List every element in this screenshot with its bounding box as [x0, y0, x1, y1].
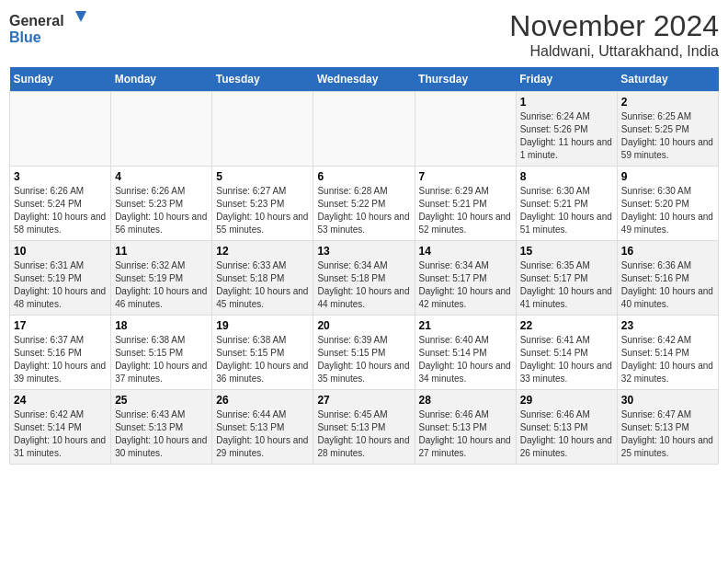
calendar-cell: 24Sunrise: 6:42 AM Sunset: 5:14 PM Dayli…	[10, 390, 111, 465]
day-number: 16	[621, 245, 714, 258]
calendar-cell: 23Sunrise: 6:42 AM Sunset: 5:14 PM Dayli…	[617, 316, 718, 390]
calendar-cell: 20Sunrise: 6:39 AM Sunset: 5:15 PM Dayli…	[313, 316, 415, 390]
day-info: Sunrise: 6:38 AM Sunset: 5:15 PM Dayligh…	[216, 334, 309, 385]
calendar-cell: 21Sunrise: 6:40 AM Sunset: 5:14 PM Dayli…	[415, 316, 516, 390]
weekday-header: Wednesday	[313, 67, 415, 92]
day-info: Sunrise: 6:28 AM Sunset: 5:22 PM Dayligh…	[317, 185, 410, 236]
calendar-cell: 22Sunrise: 6:41 AM Sunset: 5:14 PM Dayli…	[516, 316, 617, 390]
calendar-week-row: 3Sunrise: 6:26 AM Sunset: 5:24 PM Daylig…	[10, 167, 719, 241]
day-number: 23	[621, 319, 714, 332]
day-number: 27	[317, 394, 410, 407]
day-number: 28	[419, 394, 512, 407]
calendar-cell: 25Sunrise: 6:43 AM Sunset: 5:13 PM Dayli…	[111, 390, 212, 465]
calendar-week-row: 10Sunrise: 6:31 AM Sunset: 5:19 PM Dayli…	[10, 241, 719, 316]
calendar-cell	[111, 92, 212, 167]
calendar-cell	[212, 92, 313, 167]
weekday-header: Friday	[516, 67, 617, 92]
weekday-row: SundayMondayTuesdayWednesdayThursdayFrid…	[10, 67, 719, 92]
calendar-week-row: 17Sunrise: 6:37 AM Sunset: 5:16 PM Dayli…	[10, 316, 719, 390]
day-info: Sunrise: 6:38 AM Sunset: 5:15 PM Dayligh…	[115, 334, 208, 385]
day-info: Sunrise: 6:32 AM Sunset: 5:19 PM Dayligh…	[115, 259, 208, 311]
day-info: Sunrise: 6:26 AM Sunset: 5:24 PM Dayligh…	[14, 185, 107, 236]
logo: GeneralBlue	[9, 9, 119, 50]
svg-text:General: General	[9, 13, 64, 29]
calendar-cell: 7Sunrise: 6:29 AM Sunset: 5:21 PM Daylig…	[415, 167, 516, 241]
day-number: 22	[520, 319, 613, 332]
calendar-cell: 9Sunrise: 6:30 AM Sunset: 5:20 PM Daylig…	[617, 167, 718, 241]
weekday-header: Thursday	[415, 67, 516, 92]
day-info: Sunrise: 6:26 AM Sunset: 5:23 PM Dayligh…	[115, 185, 208, 236]
day-info: Sunrise: 6:43 AM Sunset: 5:13 PM Dayligh…	[115, 408, 208, 460]
calendar-header: SundayMondayTuesdayWednesdayThursdayFrid…	[10, 67, 719, 92]
calendar-cell: 15Sunrise: 6:35 AM Sunset: 5:17 PM Dayli…	[516, 241, 617, 316]
day-number: 20	[317, 319, 410, 332]
day-info: Sunrise: 6:36 AM Sunset: 5:16 PM Dayligh…	[621, 259, 714, 311]
day-info: Sunrise: 6:46 AM Sunset: 5:13 PM Dayligh…	[419, 408, 512, 460]
day-number: 12	[216, 245, 309, 258]
day-info: Sunrise: 6:24 AM Sunset: 5:26 PM Dayligh…	[520, 110, 613, 162]
day-info: Sunrise: 6:35 AM Sunset: 5:17 PM Dayligh…	[520, 259, 613, 311]
day-info: Sunrise: 6:27 AM Sunset: 5:23 PM Dayligh…	[216, 185, 309, 236]
calendar-cell: 8Sunrise: 6:30 AM Sunset: 5:21 PM Daylig…	[516, 167, 617, 241]
calendar-cell: 16Sunrise: 6:36 AM Sunset: 5:16 PM Dayli…	[617, 241, 718, 316]
day-info: Sunrise: 6:41 AM Sunset: 5:14 PM Dayligh…	[520, 334, 613, 385]
title-block: November 2024 Haldwani, Uttarakhand, Ind…	[509, 9, 719, 60]
location: Haldwani, Uttarakhand, India	[509, 43, 719, 60]
calendar-week-row: 24Sunrise: 6:42 AM Sunset: 5:14 PM Dayli…	[10, 390, 719, 465]
day-info: Sunrise: 6:30 AM Sunset: 5:20 PM Dayligh…	[621, 185, 714, 236]
calendar-cell: 11Sunrise: 6:32 AM Sunset: 5:19 PM Dayli…	[111, 241, 212, 316]
calendar-week-row: 1Sunrise: 6:24 AM Sunset: 5:26 PM Daylig…	[10, 92, 719, 167]
day-number: 15	[520, 245, 613, 258]
calendar-cell: 6Sunrise: 6:28 AM Sunset: 5:22 PM Daylig…	[313, 167, 415, 241]
calendar-cell: 13Sunrise: 6:34 AM Sunset: 5:18 PM Dayli…	[313, 241, 415, 316]
day-number: 3	[14, 170, 107, 183]
day-number: 11	[115, 245, 208, 258]
day-number: 14	[419, 245, 512, 258]
calendar-cell: 5Sunrise: 6:27 AM Sunset: 5:23 PM Daylig…	[212, 167, 313, 241]
page-header: GeneralBlue November 2024 Haldwani, Utta…	[9, 9, 719, 60]
weekday-header: Sunday	[10, 67, 111, 92]
calendar-cell: 4Sunrise: 6:26 AM Sunset: 5:23 PM Daylig…	[111, 167, 212, 241]
calendar-cell: 1Sunrise: 6:24 AM Sunset: 5:26 PM Daylig…	[516, 92, 617, 167]
day-number: 10	[14, 245, 107, 258]
day-number: 29	[520, 394, 613, 407]
day-info: Sunrise: 6:45 AM Sunset: 5:13 PM Dayligh…	[317, 408, 410, 460]
calendar-cell: 14Sunrise: 6:34 AM Sunset: 5:17 PM Dayli…	[415, 241, 516, 316]
day-number: 24	[14, 394, 107, 407]
day-number: 26	[216, 394, 309, 407]
day-number: 18	[115, 319, 208, 332]
day-info: Sunrise: 6:29 AM Sunset: 5:21 PM Dayligh…	[419, 185, 512, 236]
day-number: 2	[621, 96, 714, 109]
day-info: Sunrise: 6:44 AM Sunset: 5:13 PM Dayligh…	[216, 408, 309, 460]
day-number: 30	[621, 394, 714, 407]
day-info: Sunrise: 6:25 AM Sunset: 5:25 PM Dayligh…	[621, 110, 714, 162]
day-info: Sunrise: 6:34 AM Sunset: 5:18 PM Dayligh…	[317, 259, 410, 311]
day-number: 1	[520, 96, 613, 109]
day-number: 13	[317, 245, 410, 258]
calendar-cell: 29Sunrise: 6:46 AM Sunset: 5:13 PM Dayli…	[516, 390, 617, 465]
logo-svg: GeneralBlue	[9, 9, 119, 50]
calendar-cell: 2Sunrise: 6:25 AM Sunset: 5:25 PM Daylig…	[617, 92, 718, 167]
day-info: Sunrise: 6:42 AM Sunset: 5:14 PM Dayligh…	[14, 408, 107, 460]
day-number: 19	[216, 319, 309, 332]
calendar-cell	[415, 92, 516, 167]
weekday-header: Tuesday	[212, 67, 313, 92]
svg-marker-2	[75, 11, 86, 22]
calendar-cell: 12Sunrise: 6:33 AM Sunset: 5:18 PM Dayli…	[212, 241, 313, 316]
day-info: Sunrise: 6:40 AM Sunset: 5:14 PM Dayligh…	[419, 334, 512, 385]
day-number: 25	[115, 394, 208, 407]
day-number: 8	[520, 170, 613, 183]
day-info: Sunrise: 6:46 AM Sunset: 5:13 PM Dayligh…	[520, 408, 613, 460]
day-number: 5	[216, 170, 309, 183]
calendar-cell	[313, 92, 415, 167]
calendar-table: SundayMondayTuesdayWednesdayThursdayFrid…	[9, 67, 719, 465]
calendar-cell: 18Sunrise: 6:38 AM Sunset: 5:15 PM Dayli…	[111, 316, 212, 390]
calendar-cell: 17Sunrise: 6:37 AM Sunset: 5:16 PM Dayli…	[10, 316, 111, 390]
day-info: Sunrise: 6:42 AM Sunset: 5:14 PM Dayligh…	[621, 334, 714, 385]
day-info: Sunrise: 6:37 AM Sunset: 5:16 PM Dayligh…	[14, 334, 107, 385]
calendar-cell: 10Sunrise: 6:31 AM Sunset: 5:19 PM Dayli…	[10, 241, 111, 316]
calendar-body: 1Sunrise: 6:24 AM Sunset: 5:26 PM Daylig…	[10, 92, 719, 465]
day-number: 17	[14, 319, 107, 332]
day-number: 9	[621, 170, 714, 183]
calendar-cell: 27Sunrise: 6:45 AM Sunset: 5:13 PM Dayli…	[313, 390, 415, 465]
